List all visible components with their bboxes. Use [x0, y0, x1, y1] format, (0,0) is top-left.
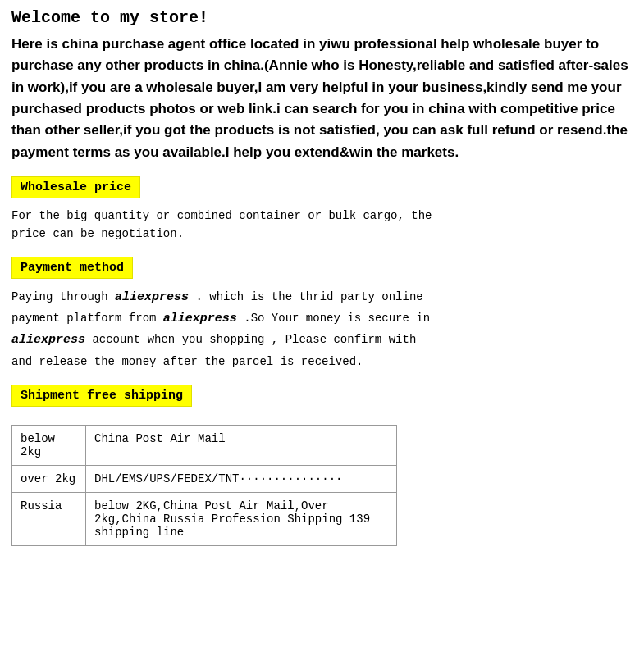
shipping-method: China Post Air Mail	[86, 426, 397, 466]
payment-aliexpress-3: aliexpress	[11, 333, 85, 347]
table-row: over 2kgDHL/EMS/UPS/FEDEX/TNT···········…	[12, 466, 397, 493]
table-row: Russiabelow 2KG,China Post Air Mail,Over…	[12, 493, 397, 546]
shipment-section: Shipment free shipping below 2kgChina Po…	[11, 385, 633, 546]
intro-text: Here is china purchase agent office loca…	[11, 34, 633, 163]
payment-body: Paying through aliexpress . which is the…	[11, 287, 633, 371]
shipping-method: below 2KG,China Post Air Mail,Over 2kg,C…	[86, 493, 397, 546]
payment-line1-pre: Paying through	[11, 290, 115, 303]
payment-badge: Payment method	[11, 257, 133, 279]
shipping-table: below 2kgChina Post Air Mailover 2kgDHL/…	[11, 425, 397, 546]
shipping-weight: over 2kg	[12, 466, 86, 493]
payment-line3-post: account when you shopping , Please confi…	[85, 333, 416, 346]
payment-line2-post: .So Your money is secure in	[237, 312, 430, 325]
payment-line4: and release the money after the parcel i…	[11, 355, 363, 368]
payment-line2-pre: payment platform from	[11, 312, 163, 325]
welcome-title: Welcome to my store!	[11, 8, 633, 27]
wholesale-badge: Wholesale price	[11, 176, 140, 198]
payment-aliexpress-1: aliexpress	[115, 290, 189, 304]
payment-line1-post: . which is the thrid party online	[189, 290, 423, 303]
shipping-weight: below 2kg	[12, 426, 86, 466]
shipment-badge: Shipment free shipping	[11, 385, 192, 407]
page-container: Welcome to my store! Here is china purch…	[0, 0, 644, 567]
payment-aliexpress-2: aliexpress	[163, 312, 237, 326]
table-row: below 2kgChina Post Air Mail	[12, 426, 397, 466]
shipping-weight: Russia	[12, 493, 86, 546]
wholesale-section: Wholesale price For the big quantity or …	[11, 176, 633, 244]
payment-section: Payment method Paying through aliexpress…	[11, 257, 633, 371]
wholesale-body: For the big quantity or combined contain…	[11, 207, 633, 244]
shipping-method: DHL/EMS/UPS/FEDEX/TNT···············	[86, 466, 397, 493]
